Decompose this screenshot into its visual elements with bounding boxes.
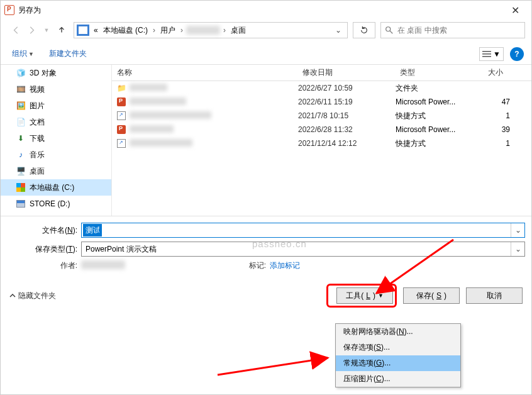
author-label: 作者:	[43, 260, 81, 271]
file-rows: 📁 xxx 2022/6/27 10:59 文件夹 xxx 2022/6/11 …	[112, 81, 531, 216]
shortcut-icon	[116, 111, 127, 121]
cube-icon: 🧊	[16, 68, 26, 78]
ppt-icon	[116, 125, 127, 135]
sidebar-item-documents[interactable]: 📄文档	[1, 114, 111, 130]
watermark: passneo.cn	[252, 238, 307, 249]
breadcrumb-prefix: «	[92, 26, 100, 35]
filename-label: 文件名(N):	[7, 225, 81, 236]
video-icon: 🎞️	[16, 84, 26, 94]
savetype-label: 保存类型(T):	[7, 244, 81, 255]
svg-point-0	[386, 27, 391, 31]
file-header[interactable]: 名称 修改日期 类型 大小	[112, 65, 531, 81]
sidebar: 🧊3D 对象 🎞️视频 🖼️图片 📄文档 ⬇下载 ♪音乐 🖥️桌面 本地磁盘 (…	[1, 65, 111, 216]
menu-item-general-options[interactable]: 常规选项(G)...	[336, 355, 460, 371]
svg-line-6	[218, 358, 328, 375]
help-button[interactable]: ?	[510, 47, 524, 61]
desktop-icon: 🖥️	[16, 166, 26, 176]
hide-folders-toggle[interactable]: 隐藏文件夹	[9, 291, 56, 301]
col-date[interactable]: 修改日期	[297, 67, 395, 78]
cancel-button[interactable]: 取消	[466, 287, 523, 304]
tools-dropdown-menu[interactable]: 映射网络驱动器(N)... 保存选项(S)... 常规选项(G)... 压缩图片…	[335, 323, 461, 387]
sidebar-item-desktop[interactable]: 🖥️桌面	[1, 163, 111, 179]
tools-button[interactable]: 工具(L) ▼	[336, 287, 393, 304]
breadcrumb-seg-redacted[interactable]: XXXXXX	[186, 26, 220, 35]
document-icon: 📄	[16, 117, 26, 127]
list-view-icon	[482, 50, 491, 58]
back-button[interactable]	[9, 23, 23, 37]
address-bar[interactable]: « 本地磁盘 (C:)› 用户› XXXXXX› 桌面 ⌄	[74, 22, 348, 38]
menu-item-map-drive[interactable]: 映射网络驱动器(N)...	[336, 324, 460, 340]
search-placeholder: 在 桌面 中搜索	[397, 25, 447, 36]
savetype-value: PowerPoint 演示文稿	[82, 244, 157, 255]
toolbar: 组织▼ 新建文件夹 ▼ ?	[1, 43, 531, 65]
search-icon	[385, 26, 394, 35]
window-title: 另存为	[18, 5, 41, 16]
up-button[interactable]	[55, 23, 69, 37]
disk-icon	[16, 199, 26, 209]
menu-item-compress[interactable]: 压缩图片(C)...	[336, 371, 460, 387]
col-type[interactable]: 类型	[395, 67, 483, 78]
sidebar-item-music[interactable]: ♪音乐	[1, 147, 111, 163]
svg-rect-3	[482, 53, 491, 55]
col-size[interactable]: 大小	[483, 67, 514, 78]
close-button[interactable]: ✕	[502, 4, 528, 16]
organize-button[interactable]: 组织▼	[8, 46, 38, 62]
refresh-button[interactable]	[353, 22, 375, 38]
music-icon: ♪	[16, 150, 26, 160]
ppt-icon	[116, 97, 127, 107]
tools-highlight: 工具(L) ▼	[326, 284, 397, 308]
disk-icon	[77, 25, 89, 36]
file-row[interactable]: xxx 2022/6/11 15:19 Microsoft Power... 4…	[112, 95, 531, 109]
add-tag-link[interactable]: 添加标记	[270, 260, 300, 271]
file-pane: 名称 修改日期 类型 大小 📁 xxx 2022/6/27 10:59 文件夹 …	[111, 65, 531, 216]
filename-input-wrap[interactable]: ⌄	[81, 223, 525, 238]
powerpoint-icon	[4, 5, 14, 15]
file-row[interactable]: xxx 2021/12/14 12:12 快捷方式 1	[112, 136, 531, 150]
meta-row: 作者: 标记: 添加标记	[7, 260, 525, 271]
menu-item-save-options[interactable]: 保存选项(S)...	[336, 340, 460, 355]
svg-rect-4	[482, 56, 491, 57]
svg-rect-2	[482, 51, 491, 52]
sidebar-item-disk-d[interactable]: STORE (D:)	[1, 196, 111, 212]
file-row[interactable]: xxx 2022/6/28 11:32 Microsoft Power... 3…	[112, 123, 531, 136]
windows-icon	[16, 182, 26, 192]
col-name[interactable]: 名称	[112, 67, 297, 78]
breadcrumb-seg[interactable]: 本地磁盘 (C:)	[101, 25, 150, 36]
breadcrumb[interactable]: « 本地磁盘 (C:)› 用户› XXXXXX› 桌面	[91, 25, 331, 36]
navigation-row: ▼ « 本地磁盘 (C:)› 用户› XXXXXX› 桌面 ⌄ 在 桌面 中搜索	[1, 19, 531, 43]
forward-button[interactable]	[25, 23, 38, 37]
sidebar-item-3d[interactable]: 🧊3D 对象	[1, 65, 111, 81]
sidebar-item-downloads[interactable]: ⬇下载	[1, 130, 111, 147]
file-row[interactable]: 📁 xxx 2022/6/27 10:59 文件夹	[112, 81, 531, 95]
sidebar-item-disk-c[interactable]: 本地磁盘 (C:)	[1, 179, 111, 196]
sidebar-item-pictures[interactable]: 🖼️图片	[1, 97, 111, 114]
filename-input[interactable]	[83, 224, 102, 236]
sidebar-item-video[interactable]: 🎞️视频	[1, 81, 111, 97]
view-options-button[interactable]: ▼	[479, 47, 504, 61]
save-button[interactable]: 保存(S)	[403, 287, 460, 304]
svg-line-1	[390, 31, 392, 33]
download-icon: ⬇	[16, 133, 26, 143]
address-dropdown[interactable]: ⌄	[331, 26, 346, 35]
chevron-icon	[9, 292, 16, 299]
titlebar: 另存为 ✕	[1, 1, 531, 19]
picture-icon: 🖼️	[16, 101, 26, 111]
savetype-dropdown[interactable]: ⌄	[511, 242, 524, 256]
new-folder-button[interactable]: 新建文件夹	[45, 46, 91, 62]
search-box[interactable]: 在 桌面 中搜索	[380, 22, 525, 38]
button-row: 隐藏文件夹 工具(L) ▼ 保存(S) 取消	[1, 275, 531, 316]
shortcut-icon	[116, 138, 127, 148]
breadcrumb-seg[interactable]: 桌面	[229, 25, 248, 36]
filename-dropdown[interactable]: ⌄	[511, 223, 524, 237]
author-value-redacted[interactable]	[81, 260, 125, 269]
folder-icon: 📁	[116, 83, 127, 93]
tag-label: 标记:	[232, 260, 270, 271]
file-row[interactable]: xxx 2021/7/8 10:15 快捷方式 1	[112, 109, 531, 123]
body-split: 🧊3D 对象 🎞️视频 🖼️图片 📄文档 ⬇下载 ♪音乐 🖥️桌面 本地磁盘 (…	[1, 65, 531, 216]
breadcrumb-seg[interactable]: 用户	[158, 25, 177, 36]
recent-locations-button[interactable]: ▼	[40, 23, 53, 37]
